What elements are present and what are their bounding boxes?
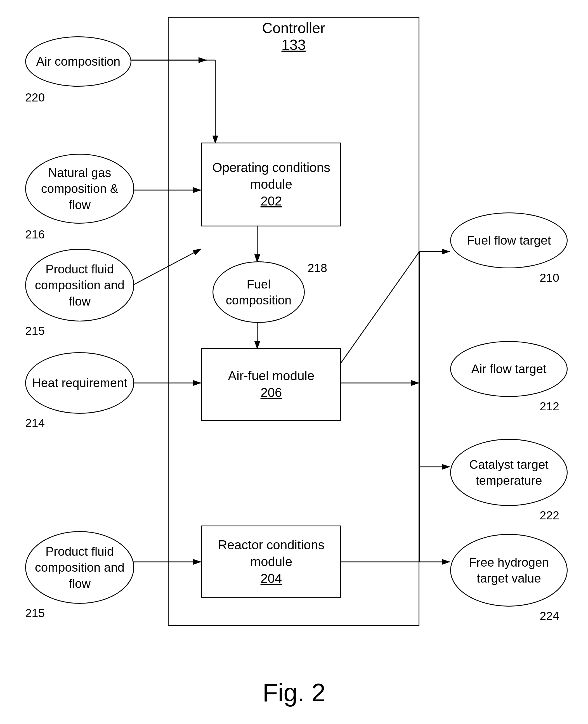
heat-requirement-ref: 214 (25, 417, 45, 430)
fuel-composition-ref: 218 (308, 261, 327, 275)
fuel-flow-target-ref: 210 (540, 271, 559, 284)
free-hydrogen-ref: 224 (540, 610, 559, 623)
fuel-composition-ellipse: Fuel composition (212, 261, 305, 323)
catalyst-target-temp-ellipse: Catalyst target temperature (450, 439, 568, 506)
air-composition-ref: 220 (25, 91, 45, 104)
figure-caption: Fig. 2 (0, 678, 588, 707)
air-composition-ellipse: Air composition (25, 36, 131, 87)
natural-gas-ref: 216 (25, 228, 45, 241)
product-fluid-top-ellipse: Product fluid composition and flow (25, 249, 134, 321)
product-fluid-top-ref: 215 (25, 324, 45, 338)
heat-requirement-ellipse: Heat requirement (25, 352, 134, 414)
product-fluid-bottom-ref: 215 (25, 606, 45, 620)
natural-gas-ellipse: Natural gas composition & flow (25, 154, 134, 223)
air-fuel-module: Air-fuel module 206 (201, 348, 341, 421)
operating-conditions-module: Operating conditions module 202 (201, 143, 341, 227)
catalyst-target-temp-ref: 222 (540, 509, 559, 522)
air-flow-target-ref: 212 (540, 400, 559, 413)
diagram-container: Controller 133 Operating conditions modu… (11, 11, 577, 682)
free-hydrogen-ellipse: Free hydrogen target value (450, 534, 568, 606)
fuel-flow-target-ellipse: Fuel flow target (450, 212, 568, 268)
air-flow-target-ellipse: Air flow target (450, 341, 568, 397)
product-fluid-bottom-ellipse: Product fluid composition and flow (25, 531, 134, 604)
reactor-conditions-module: Reactor conditions module 204 (201, 526, 341, 598)
controller-label: Controller 133 (168, 20, 419, 53)
